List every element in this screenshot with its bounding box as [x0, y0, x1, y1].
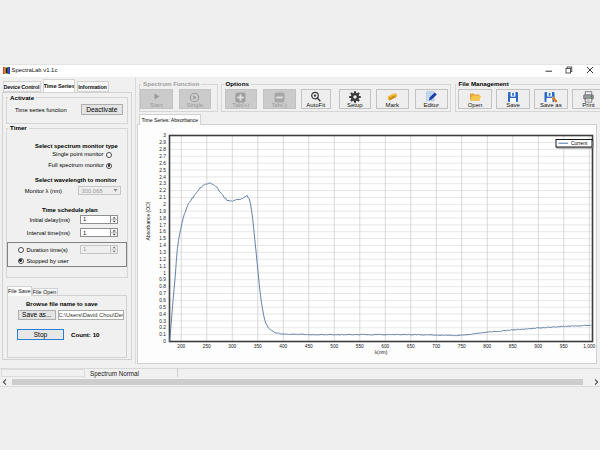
svg-text:1,000: 1,000 [583, 344, 595, 349]
svg-text:1.7: 1.7 [159, 223, 166, 228]
svg-text:750: 750 [458, 344, 466, 349]
svg-text:1.6: 1.6 [159, 229, 166, 234]
svg-text:450: 450 [305, 344, 313, 349]
svg-text:1.3: 1.3 [159, 250, 166, 255]
svg-text:λ(nm): λ(nm) [375, 349, 388, 355]
svg-text:1.9: 1.9 [159, 209, 166, 214]
svg-text:Absorbance (OD): Absorbance (OD) [145, 201, 151, 240]
svg-text:250: 250 [203, 344, 211, 349]
svg-text:2.1: 2.1 [159, 195, 166, 200]
svg-text:950: 950 [560, 344, 568, 349]
svg-text:0: 0 [163, 339, 166, 344]
svg-text:1.2: 1.2 [159, 257, 166, 262]
svg-text:1.5: 1.5 [159, 236, 166, 241]
svg-text:650: 650 [407, 344, 415, 349]
svg-text:800: 800 [483, 344, 491, 349]
svg-text:2.6: 2.6 [159, 161, 166, 166]
svg-text:2.5: 2.5 [159, 168, 166, 173]
svg-text:0.2: 0.2 [159, 325, 166, 330]
svg-text:2.9: 2.9 [159, 140, 166, 145]
svg-text:400: 400 [279, 344, 287, 349]
svg-text:1.8: 1.8 [159, 216, 166, 221]
svg-text:200: 200 [177, 344, 185, 349]
svg-text:0.9: 0.9 [159, 277, 166, 282]
svg-text:1: 1 [163, 271, 166, 276]
svg-text:300: 300 [228, 344, 236, 349]
svg-text:0.7: 0.7 [159, 291, 166, 296]
svg-text:500: 500 [330, 344, 338, 349]
svg-text:0.1: 0.1 [159, 332, 166, 337]
svg-text:2.8: 2.8 [159, 147, 166, 152]
svg-text:1.4: 1.4 [159, 243, 166, 248]
svg-text:700: 700 [432, 344, 440, 349]
svg-text:0.4: 0.4 [159, 312, 166, 317]
svg-text:2.7: 2.7 [159, 154, 166, 159]
svg-text:850: 850 [509, 344, 517, 349]
svg-text:2.3: 2.3 [159, 181, 166, 186]
svg-text:0.3: 0.3 [159, 319, 166, 324]
svg-text:2.4: 2.4 [159, 175, 166, 180]
svg-text:Current: Current [571, 141, 588, 146]
svg-text:0.6: 0.6 [159, 298, 166, 303]
svg-text:3: 3 [163, 133, 166, 138]
svg-text:900: 900 [534, 344, 542, 349]
svg-text:350: 350 [254, 344, 262, 349]
svg-text:1.1: 1.1 [159, 264, 166, 269]
svg-text:2.2: 2.2 [159, 188, 166, 193]
svg-text:2: 2 [163, 202, 166, 207]
svg-text:550: 550 [356, 344, 364, 349]
svg-text:0.5: 0.5 [159, 305, 166, 310]
svg-text:0.8: 0.8 [159, 284, 166, 289]
